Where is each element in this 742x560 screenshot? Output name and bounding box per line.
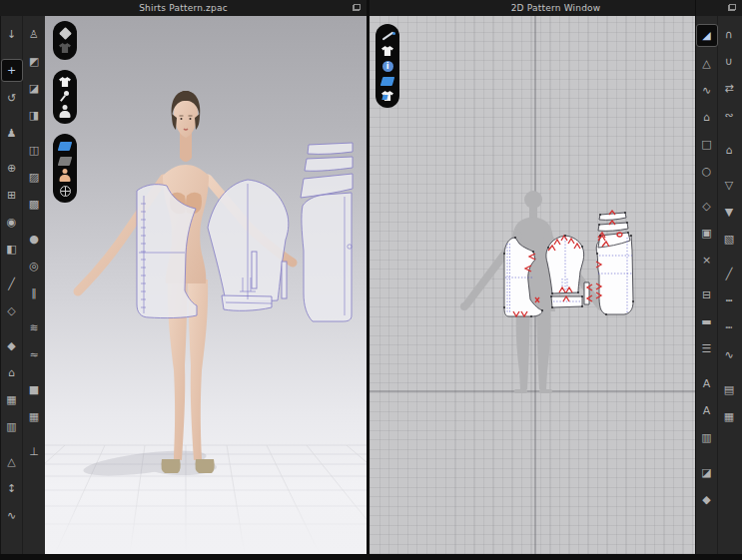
avatar-silhouette-2d	[460, 191, 605, 393]
stitch-slash-icon[interactable]: ╱	[719, 264, 739, 284]
fabric-back-icon[interactable]	[56, 154, 74, 168]
grading-icon[interactable]: ▤	[719, 379, 739, 400]
select-move-icon[interactable]: +	[1, 59, 23, 82]
pin-box-icon[interactable]: ⊞	[2, 185, 22, 206]
pattern-placket1-3d[interactable]	[252, 252, 257, 288]
arrange-curve-icon[interactable]: ◪	[24, 78, 44, 99]
pattern-info-icon[interactable]	[378, 59, 396, 73]
2d-tools-pill	[375, 24, 399, 108]
zipper-icon[interactable]: ‖	[24, 282, 44, 303]
pose-avatar-icon[interactable]: ♙	[24, 24, 44, 45]
solidify-freeze-icon[interactable]: ■	[24, 379, 44, 400]
window-divider[interactable]	[367, 0, 370, 560]
texture-garment-icon[interactable]: ▧	[719, 229, 739, 250]
pattern-placket2-3d[interactable]	[282, 262, 287, 298]
pattern-placket-2d[interactable]	[584, 282, 589, 304]
mn-sewing-icon[interactable]: ⇄	[719, 78, 739, 99]
show-skin-icon[interactable]	[56, 169, 74, 183]
toolbar-divider	[695, 0, 696, 560]
arrangement-cap-icon[interactable]: ⌂	[2, 362, 22, 383]
rectangle-pattern-icon[interactable]: □	[697, 134, 717, 155]
fold-arrangement-icon[interactable]: ◧	[2, 239, 22, 260]
pattern-collar-band-2d[interactable]	[598, 223, 628, 231]
seam-allowance-icon[interactable]: ⊟	[697, 284, 717, 305]
edit-sewing-icon[interactable]: ∾	[719, 105, 739, 126]
grasp-tool-icon[interactable]: ◆	[2, 335, 22, 356]
pattern-text-icon[interactable]: A	[697, 400, 717, 421]
pleat-icon[interactable]: ▥	[697, 427, 717, 448]
pin-tack-icon[interactable]: ◆	[697, 489, 717, 510]
button-icon[interactable]: ●	[24, 229, 44, 250]
left-toolbar-column2: ♙◩◪◨◫▨▩●◎‖≋≈■▦⊥	[23, 16, 45, 554]
show-pattern-icon[interactable]	[56, 41, 74, 55]
shirring-line-icon[interactable]: ∿	[719, 344, 739, 365]
2d-viewport[interactable]	[370, 16, 695, 554]
cut-sew-icon[interactable]: ×	[697, 250, 717, 271]
select-lasso-icon[interactable]: ↺	[2, 88, 22, 109]
elastic-icon[interactable]: ┉	[719, 317, 739, 338]
attach-pins-icon[interactable]: ◉	[2, 212, 22, 233]
topstitch-icon[interactable]: ≋	[24, 317, 44, 338]
edit-pattern-icon[interactable]: △	[697, 53, 717, 74]
buttonhole-icon[interactable]: ◎	[24, 256, 44, 277]
pattern-back-3d[interactable]	[302, 193, 352, 321]
avatar-connector-icon[interactable]: ⊥	[24, 441, 44, 462]
solidify-box-icon[interactable]: ▦	[24, 406, 44, 427]
textured-garment-icon[interactable]: ▩	[24, 194, 44, 215]
grading-table-icon[interactable]: ▦	[719, 406, 739, 427]
float-window-icon[interactable]	[728, 4, 736, 11]
float-window-icon[interactable]	[353, 4, 361, 11]
fabric-front-icon[interactable]	[56, 139, 74, 153]
baseline-icon[interactable]: ☰	[697, 338, 717, 359]
arrange-point-icon[interactable]: ◩	[24, 51, 44, 72]
right-toolbar-column1: ◢△∿⌂□○◇▣×⊟▬☰AA▥◪◆	[696, 16, 718, 554]
right-toolbar-column2: ∩∪⇄∾⌂▽▼▧╱┅┉∿▤▦	[718, 16, 740, 554]
circle-pattern-icon[interactable]: ○	[697, 161, 717, 182]
show-world-icon[interactable]	[56, 184, 74, 198]
segment-sewing-icon[interactable]: ∩	[719, 24, 739, 45]
fold-garment-icon[interactable]: ▽	[719, 175, 739, 196]
flatten-garment-icon[interactable]: △	[2, 451, 22, 472]
measure-avatar-icon[interactable]: ↕	[2, 478, 22, 499]
edit-line-icon[interactable]	[378, 29, 396, 43]
pin-garment-icon[interactable]: ▼	[719, 202, 739, 223]
pattern-collar-band-3d[interactable]	[305, 157, 353, 171]
polygon-pattern-icon[interactable]: ⌂	[697, 107, 717, 128]
pin-tool-icon[interactable]: ⊕	[2, 158, 22, 179]
left-3d-toolbar: ↓+↺♟⊕⊞◉◧╱◇◆⌂▦▥△↕∿ ♙◩◪◨◫▨▩●◎‖≋≈■▦⊥	[1, 16, 46, 554]
3d-viewport[interactable]	[45, 16, 367, 554]
seam-dash-icon[interactable]: ┅	[719, 290, 739, 311]
pattern-collar-3d[interactable]	[308, 143, 353, 154]
simulate-icon[interactable]: ↓	[2, 24, 22, 45]
curve-measure-icon[interactable]: ∿	[2, 505, 22, 526]
mesh-garment-icon[interactable]: ▨	[24, 167, 44, 188]
fabric-view-icon[interactable]	[378, 74, 396, 88]
pattern-sleeve-3d[interactable]	[208, 180, 289, 302]
shirt-pair-icon[interactable]: ▦	[2, 389, 22, 410]
transform-pattern-icon[interactable]: ◢	[696, 24, 718, 47]
3d-scene	[45, 16, 367, 554]
arrange-board-icon[interactable]: ◨	[24, 105, 44, 126]
pattern-collar-2d[interactable]	[599, 213, 626, 220]
trace-pattern-icon[interactable]: ▣	[697, 223, 717, 244]
texture-shirt-icon[interactable]	[378, 89, 396, 103]
edit-curvature-icon[interactable]: ∿	[697, 80, 717, 101]
show-shirt-icon[interactable]	[56, 75, 74, 89]
show-pins-icon[interactable]	[56, 90, 74, 104]
attach-to-avatar-icon[interactable]: ◫	[24, 140, 44, 161]
pattern-pieces-3d	[137, 143, 353, 321]
free-sewing-icon[interactable]: ∪	[719, 51, 739, 72]
fuse-iron-icon[interactable]: ⌂	[719, 140, 739, 161]
pattern-annotation-icon[interactable]: A	[697, 373, 717, 394]
sewing-needle-icon[interactable]: ╱	[2, 274, 22, 294]
tack-dart-icon[interactable]: ◇	[2, 300, 22, 321]
show-garment-icon[interactable]	[56, 26, 74, 40]
pants-arrange-icon[interactable]: ▥	[2, 416, 22, 437]
internal-line-icon[interactable]: ▬	[697, 311, 717, 332]
show-pattern-shirt-icon[interactable]	[378, 44, 396, 58]
show-avatar-icon[interactable]	[56, 105, 74, 119]
move-avatar-icon[interactable]: ♟	[2, 123, 22, 144]
dart-icon[interactable]: ◇	[697, 196, 717, 217]
fabric-tool-icon[interactable]: ◪	[697, 462, 717, 483]
shirring-icon[interactable]: ≈	[24, 344, 44, 365]
